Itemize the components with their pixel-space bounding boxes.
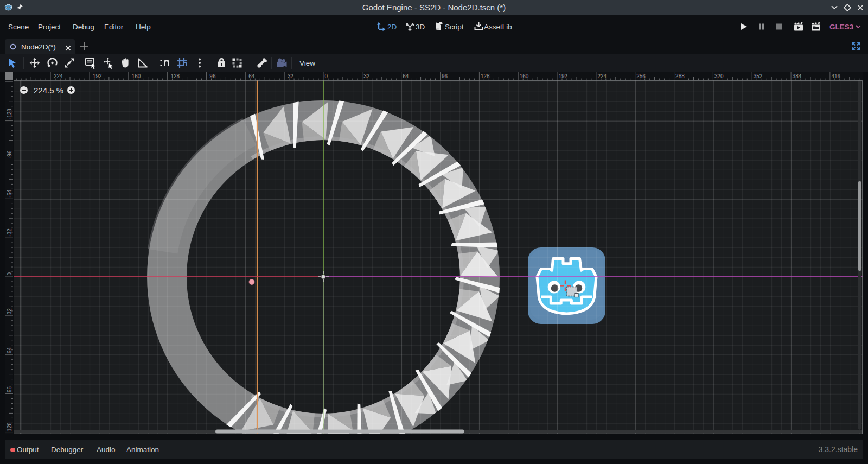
svg-text:-160: -160 (130, 73, 141, 79)
svg-text:224: 224 (597, 73, 607, 79)
svg-text:-224: -224 (52, 73, 63, 79)
svg-text:192: 192 (559, 73, 568, 79)
svg-text:320: 320 (714, 73, 724, 79)
svg-text:64: 64 (7, 347, 12, 354)
svg-text:32: 32 (7, 308, 12, 315)
svg-text:160: 160 (520, 73, 529, 79)
svg-text:0: 0 (7, 272, 12, 276)
svg-text:-96: -96 (208, 73, 216, 79)
svg-text:-192: -192 (91, 73, 102, 79)
svg-text:32: 32 (363, 73, 370, 79)
svg-text:96: 96 (7, 386, 12, 392)
svg-text:96: 96 (442, 73, 448, 79)
svg-text:128: 128 (481, 73, 490, 79)
svg-text:256: 256 (636, 73, 646, 79)
svg-text:-128: -128 (7, 109, 12, 119)
svg-text:352: 352 (754, 73, 763, 79)
svg-text:-64: -64 (7, 189, 12, 198)
svg-text:384: 384 (793, 73, 802, 79)
svg-text:416: 416 (831, 73, 840, 79)
svg-text:-96: -96 (7, 150, 12, 158)
svg-text:-32: -32 (286, 73, 294, 79)
svg-text:0: 0 (325, 73, 328, 79)
svg-text:64: 64 (403, 73, 409, 79)
svg-text:288: 288 (675, 73, 685, 79)
svg-text:-32: -32 (7, 228, 12, 237)
svg-text:128: 128 (7, 422, 12, 431)
svg-text:View: View (299, 59, 315, 67)
svg-text:-64: -64 (247, 73, 255, 79)
svg-text:-128: -128 (169, 73, 180, 79)
